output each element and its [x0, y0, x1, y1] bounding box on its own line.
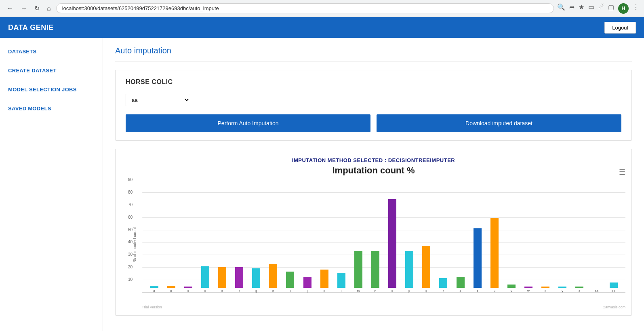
- canvasis-text: Canvasis.com: [602, 305, 625, 309]
- bar-q: [422, 246, 430, 288]
- cast-icon[interactable]: ▭: [588, 3, 594, 14]
- url-bar[interactable]: localhost:3000/datasets/62520499d7522172…: [56, 3, 554, 13]
- bar-g: [252, 268, 260, 288]
- bookmark-icon[interactable]: ★: [579, 3, 584, 14]
- bar-label-aa: aa: [595, 289, 598, 293]
- share-icon[interactable]: ➦: [569, 3, 575, 14]
- bar-p: [405, 251, 413, 288]
- bar-group-j: j: [299, 277, 315, 293]
- bar-group-k: k: [316, 270, 332, 293]
- chart-section: IMPUTATION METHOD SELECTED : DECISIONTRE…: [115, 149, 632, 316]
- bar-group-z: z: [572, 287, 587, 293]
- home-button[interactable]: ⌂: [45, 4, 53, 13]
- bar-h: [269, 264, 277, 288]
- dropdown-row: aa bb a b c d e: [126, 94, 621, 106]
- sidebar-item-saved-models[interactable]: SAVED MODELS: [0, 99, 103, 118]
- bar-i: [286, 272, 294, 288]
- page-title: Auto imputation: [115, 46, 632, 62]
- bar-label-s: s: [460, 289, 461, 293]
- bar-group-aa: aa: [589, 288, 604, 293]
- bar-label-y: y: [562, 289, 563, 293]
- bar-label-t: t: [477, 289, 478, 293]
- bar-label-b: b: [170, 289, 172, 293]
- bar-group-l: l: [333, 273, 349, 293]
- bar-group-p: p: [402, 251, 417, 293]
- bar-z: [575, 287, 583, 288]
- browser-toolbar: 🔍 ➦ ★ ▭ ☄ ▢ H ⋮: [557, 3, 639, 14]
- bar-label-p: p: [408, 289, 410, 293]
- bar-label-e: e: [221, 289, 223, 293]
- bar-group-m: m: [350, 251, 366, 293]
- bar-group-r: r: [436, 278, 451, 293]
- sidebar: DATASETS CREATE DATASET MODEL SELECTION …: [0, 38, 103, 331]
- bars-container: abcdefghijklmnopqrstuvwxyzaabb: [142, 180, 625, 293]
- bar-label-c: c: [187, 289, 189, 293]
- bar-s: [457, 277, 465, 288]
- trial-version-text: Trial Version: [142, 305, 162, 309]
- download-dataset-button[interactable]: Download imputed dataset: [377, 114, 621, 132]
- bar-label-d: d: [204, 289, 206, 293]
- search-icon[interactable]: 🔍: [557, 3, 565, 14]
- bar-label-g: g: [255, 289, 257, 293]
- logout-button[interactable]: Logout: [604, 22, 636, 34]
- forward-button[interactable]: →: [19, 4, 29, 13]
- bar-group-g: g: [248, 268, 264, 293]
- bar-label-x: x: [545, 289, 546, 293]
- bar-o: [388, 199, 396, 288]
- perform-imputation-button[interactable]: Perform Auto Imputation: [126, 114, 370, 132]
- bar-label-n: n: [375, 289, 376, 293]
- bar-group-t: t: [469, 228, 485, 293]
- bar-x: [541, 287, 549, 288]
- bar-group-s: s: [452, 277, 468, 293]
- bar-group-bb: bb: [606, 283, 621, 293]
- bar-k: [320, 270, 328, 288]
- bar-group-f: f: [232, 267, 247, 293]
- column-select[interactable]: aa bb a b c d e: [126, 94, 190, 106]
- bar-label-o: o: [391, 289, 393, 293]
- reload-button[interactable]: ↻: [32, 4, 42, 13]
- bar-label-v: v: [511, 289, 512, 293]
- bar-f: [235, 267, 243, 288]
- bar-u: [490, 218, 499, 288]
- chart-menu-icon[interactable]: ☰: [619, 168, 625, 177]
- dataset-name: HORSE COLIC: [126, 78, 621, 86]
- main-content: Auto imputation HORSE COLIC aa bb a b c …: [103, 38, 644, 331]
- chart-area: 90 80 70 60 50 40 30 20 10 abcdefghijklm…: [142, 180, 625, 293]
- bar-label-j: j: [307, 289, 308, 293]
- back-button[interactable]: ←: [5, 4, 15, 13]
- bar-label-h: h: [272, 289, 274, 293]
- sidebar-item-create-dataset[interactable]: CREATE DATASET: [0, 61, 103, 80]
- bar-group-i: i: [282, 272, 298, 293]
- bar-label-z: z: [579, 289, 580, 293]
- browser-chrome: ← → ↻ ⌂ localhost:3000/datasets/62520499…: [0, 0, 644, 17]
- window-icon[interactable]: ▢: [608, 3, 614, 14]
- sidebar-item-model-selection-jobs[interactable]: MODEL SELECTION JOBS: [0, 80, 103, 99]
- user-avatar[interactable]: H: [618, 3, 629, 14]
- bar-label-m: m: [357, 289, 360, 293]
- chart-method-title: IMPUTATION METHOD SELECTED : DECISIONTRE…: [122, 157, 625, 163]
- bar-label-bb: bb: [612, 289, 615, 293]
- bar-bb: [610, 283, 618, 288]
- app-body: DATASETS CREATE DATASET MODEL SELECTION …: [0, 38, 644, 331]
- bar-group-o: o: [385, 199, 400, 293]
- bar-group-a: a: [146, 286, 162, 293]
- dataset-card: HORSE COLIC aa bb a b c d e Perform Auto…: [115, 70, 632, 141]
- bar-c: [184, 287, 192, 288]
- sidebar-item-datasets[interactable]: DATASETS: [0, 42, 103, 61]
- chart-title: Imputation count %: [122, 165, 625, 176]
- bar-group-n: n: [367, 251, 383, 293]
- extension-icon[interactable]: ☄: [598, 3, 604, 14]
- chart-footer: Trial Version Canvasis.com: [122, 305, 625, 309]
- bar-a: [150, 286, 158, 288]
- bar-label-w: w: [527, 289, 530, 293]
- bar-group-c: c: [180, 287, 196, 293]
- y-axis-label: % of imputed count: [133, 227, 137, 262]
- bar-d: [201, 266, 209, 288]
- bar-t: [474, 228, 482, 288]
- app-title: DATA GENIE: [8, 23, 54, 32]
- bar-m: [354, 251, 362, 288]
- menu-icon[interactable]: ⋮: [633, 3, 639, 14]
- bar-l: [337, 273, 345, 288]
- bar-n: [371, 251, 379, 288]
- bar-group-u: u: [486, 218, 502, 293]
